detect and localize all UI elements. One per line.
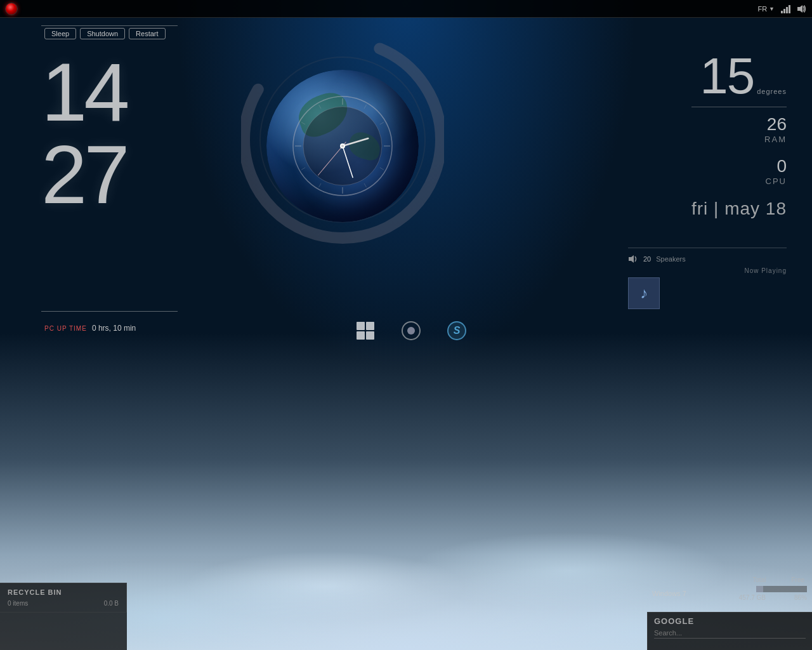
orbit-logo: [402, 321, 421, 340]
hal-icon[interactable]: [5, 3, 18, 15]
volume-icon: [797, 5, 807, 13]
svg-marker-22: [629, 255, 634, 263]
win-quad-tl: [357, 322, 365, 330]
drive-name-0: Windows 7: [652, 590, 726, 597]
signal-bars: [781, 4, 790, 13]
svg-line-10: [380, 123, 384, 125]
cpu-block: 0 CPU: [691, 157, 787, 186]
clock-widget: 14 27: [41, 51, 127, 216]
drive-header: Total Free: [652, 576, 807, 583]
svg-line-15: [301, 123, 305, 125]
divider-bottom: [41, 311, 178, 312]
temperature-display: 15 degrees: [691, 51, 787, 107]
svg-line-16: [319, 105, 322, 109]
bottom-bar-background: [0, 612, 127, 650]
hal-eye: [5, 3, 18, 15]
google-title: GOOGLE: [654, 616, 806, 626]
drive-row-0: Windows 7 457.7 GB 86%: [652, 586, 807, 601]
signal-bar-3: [786, 7, 788, 13]
recycle-bin-widget[interactable]: RECYCLE BIN 0 items 0.0 B: [0, 583, 127, 612]
music-icon-box: ♪: [628, 277, 660, 309]
cpu-label: CPU: [691, 176, 787, 186]
audio-volume-value: 20: [643, 255, 651, 263]
ram-value: 26: [691, 115, 787, 135]
recycle-title: RECYCLE BIN: [8, 588, 119, 596]
drive-values-0: 457.7 GB 86%: [731, 594, 807, 601]
now-playing-label: Now Playing: [628, 267, 787, 274]
cpu-value: 0: [691, 157, 787, 176]
drive-free-0: 86%: [772, 594, 807, 601]
win-quad-tr: [366, 322, 374, 330]
ram-block: 26 RAM: [691, 115, 787, 144]
clock-svg: [292, 95, 393, 197]
svg-line-12: [364, 183, 367, 187]
svg-point-21: [341, 145, 344, 147]
svg-marker-0: [797, 5, 802, 13]
signal-bar-2: [783, 9, 785, 13]
win-quad-br: [366, 331, 374, 340]
signal-bar-1: [781, 11, 783, 13]
drive-bar-container-0: [756, 586, 807, 592]
top-taskbar: FR ▼: [0, 0, 812, 18]
google-search-input[interactable]: [654, 628, 806, 639]
drive-bar-fill-0: [756, 586, 763, 592]
recycle-size: 0.0 B: [104, 600, 119, 607]
drive-header-total: Total: [752, 576, 766, 583]
music-note-icon: ♪: [640, 284, 648, 302]
svg-line-9: [364, 105, 367, 109]
clock-hours: 14: [41, 51, 127, 133]
uptime-label: PC UP TIME: [44, 325, 87, 332]
audio-device: Speakers: [656, 255, 685, 263]
power-buttons-group: Sleep Shutdown Restart: [44, 28, 166, 39]
signal-bar-4: [789, 5, 790, 13]
skype-icon[interactable]: S: [443, 317, 470, 344]
planet-clock-widget: [241, 38, 444, 311]
recycle-stats: 0 items 0.0 B: [8, 600, 119, 607]
system-panel: 15 degrees 26 RAM 0 CPU fri | may 18: [691, 51, 787, 235]
drive-total-0: 457.7 GB: [731, 594, 766, 601]
speaker-icon: [628, 255, 638, 263]
windows-start-icon[interactable]: [352, 317, 379, 344]
language-indicator[interactable]: FR ▼: [757, 5, 775, 13]
clock-minutes: 27: [41, 133, 127, 216]
skype-char: S: [454, 325, 461, 336]
divider-top: [41, 25, 178, 26]
windows-logo: [357, 322, 374, 340]
uptime-widget: PC UP TIME 0 hrs, 10 min: [44, 324, 136, 333]
shutdown-button[interactable]: Shutdown: [80, 28, 125, 39]
orbit-icon[interactable]: [398, 317, 424, 344]
lang-dropdown-icon[interactable]: ▼: [769, 6, 775, 12]
clock-face: [292, 95, 393, 197]
temp-number: 15: [700, 51, 754, 102]
lang-text: FR: [757, 5, 767, 13]
temp-unit: degrees: [757, 88, 787, 102]
recycle-items: 0 items: [8, 600, 28, 607]
restart-button[interactable]: Restart: [129, 28, 165, 39]
uptime-value: 0 hrs, 10 min: [92, 324, 136, 333]
volume-control[interactable]: [797, 5, 807, 13]
dock-icons: S: [352, 317, 470, 344]
svg-line-11: [380, 168, 384, 170]
google-search-widget: GOOGLE: [647, 612, 812, 650]
date-display: fri | may 18: [691, 199, 787, 219]
taskbar-right-area: FR ▼: [757, 4, 807, 13]
sleep-button[interactable]: Sleep: [44, 28, 76, 39]
svg-line-14: [301, 168, 305, 170]
audio-widget: 20 Speakers Now Playing ♪: [628, 248, 787, 309]
drive-info-widget: Total Free Windows 7 457.7 GB 86%: [647, 576, 812, 609]
skype-logo: S: [447, 321, 466, 340]
drive-header-free: Free: [791, 576, 804, 583]
win-quad-bl: [357, 331, 365, 340]
audio-row: 20 Speakers: [628, 255, 787, 263]
ram-label: RAM: [691, 135, 787, 144]
svg-line-13: [319, 183, 322, 187]
